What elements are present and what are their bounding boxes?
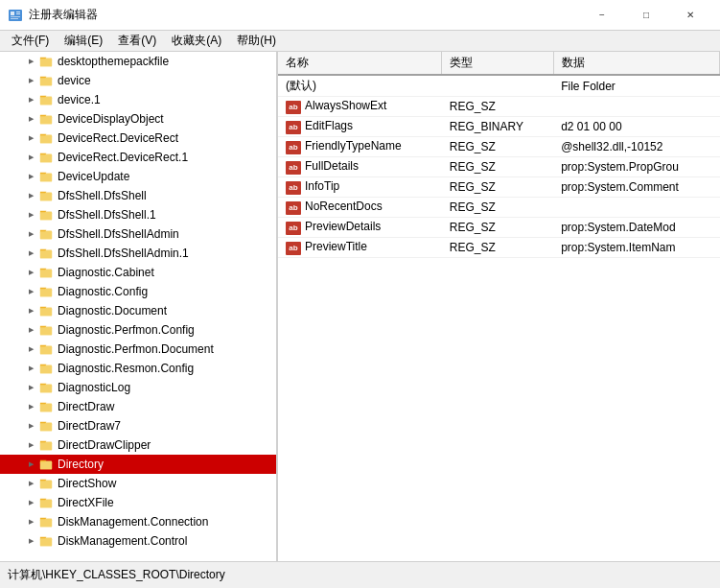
tree-label-diagnostic_config: Diagnostic.Config [58,285,148,298]
tree-label-directory: Directory [58,458,104,471]
reg-row-7[interactable]: abPreviewDetailsREG_SZprop:System.DateMo… [278,218,720,238]
expand-icon-dfsshellAdmin1[interactable] [23,246,38,261]
expand-icon-dfsshell1[interactable] [23,207,38,223]
expand-icon-directory[interactable] [23,457,38,472]
tree-item-dfsshell[interactable]: DfsShell.DfsShell [0,186,276,205]
tree-item-dfsshell1[interactable]: DfsShell.DfsShell.1 [0,205,276,224]
close-button[interactable]: ✕ [668,0,712,31]
reg-type-4: REG_SZ [442,157,553,177]
tree-item-devicerect[interactable]: DeviceRect.DeviceRect [0,129,276,148]
title-text: 注册表编辑器 [29,7,580,23]
tree-label-directxfile: DirectXFile [58,496,114,509]
main-content: desktopthemepackfile device device.1 Dev… [0,52,720,561]
reg-row-1[interactable]: abAlwaysShowExtREG_SZ [278,97,720,117]
expand-icon-directdraw7[interactable] [23,418,38,434]
expand-icon-devicedisplayobject[interactable] [23,111,38,127]
expand-icon-deviceupdate[interactable] [23,169,38,184]
tree-item-devicerect1[interactable]: DeviceRect.DeviceRect.1 [0,148,276,167]
expand-icon-device1[interactable] [23,92,38,107]
folder-icon-deviceupdate [38,169,54,184]
tree-item-diagnostic_document[interactable]: Diagnostic.Document [0,301,276,320]
minimize-button[interactable]: − [580,0,624,31]
svg-rect-37 [40,346,52,354]
expand-icon-dfsshell[interactable] [23,188,38,203]
folder-icon-device [38,73,54,88]
reg-row-6[interactable]: abNoRecentDocsREG_SZ [278,198,720,218]
reg-row-3[interactable]: abFriendlyTypeNameREG_SZ@shell32.dll,-10… [278,137,720,157]
svg-rect-43 [40,404,52,412]
tree-item-device[interactable]: device [0,71,276,90]
tree-label-devicerect1: DeviceRect.DeviceRect.1 [58,151,188,164]
expand-icon-devicerect1[interactable] [23,150,38,165]
title-buttons: − □ ✕ [580,0,712,31]
menu-item-查看(V)[interactable]: 查看(V) [110,31,164,51]
expand-icon-devicerect[interactable] [23,130,38,146]
svg-rect-19 [40,174,52,181]
reg-row-4[interactable]: abFullDetailsREG_SZprop:System.PropGrou [278,157,720,177]
reg-type-8: REG_SZ [442,238,553,258]
expand-icon-diagnostic_resmon[interactable] [23,361,38,376]
registry-values[interactable]: 名称 类型 数据 (默认)File FolderabAlwaysShowExtR… [278,52,720,561]
expand-icon-diagnostic_cabinet[interactable] [23,265,38,280]
expand-icon-directxfile[interactable] [23,495,38,510]
tree-item-diagnostic_perfmon[interactable]: Diagnostic.Perfmon.Config [0,320,276,340]
tree-label-devicedisplayobject: DeviceDisplayObject [58,112,164,126]
tree-item-directxfile[interactable]: DirectXFile [0,493,276,512]
expand-icon-directshow[interactable] [23,476,38,491]
folder-icon-devicerect [38,130,54,146]
reg-row-2[interactable]: abEditFlagsREG_BINARYd2 01 00 00 [278,117,720,137]
expand-icon-diagnosticlog[interactable] [23,380,38,395]
tree-item-deviceupdate[interactable]: DeviceUpdate [0,167,276,186]
reg-type-3: REG_SZ [442,137,553,157]
tree-item-directdrawclipper[interactable]: DirectDrawClipper [0,435,276,455]
reg-row-0[interactable]: (默认)File Folder [278,75,720,97]
expand-icon-device[interactable] [23,73,38,88]
col-name: 名称 [278,52,442,75]
tree-item-desktopthemepackfile[interactable]: desktopthemepackfile [0,52,276,71]
expand-icon-diskmanagement_connection[interactable] [23,514,38,529]
tree-item-dfsshellAdmin[interactable]: DfsShell.DfsShellAdmin [0,224,276,244]
tree-item-diagnostic_cabinet[interactable]: Diagnostic.Cabinet [0,263,276,282]
tree-item-diagnostic_resmon[interactable]: Diagnostic.Resmon.Config [0,359,276,378]
reg-row-5[interactable]: abInfoTipREG_SZprop:System.Comment [278,177,720,198]
expand-icon-diagnostic_document[interactable] [23,303,38,318]
menu-item-收藏夹(A)[interactable]: 收藏夹(A) [164,31,229,51]
expand-icon-dfsshellAdmin[interactable] [23,226,38,242]
tree-item-directdraw7[interactable]: DirectDraw7 [0,416,276,435]
reg-name-2: abEditFlags [278,117,442,137]
expand-icon-diagnostic_perfmon_doc[interactable] [23,341,38,357]
expand-icon-directdraw[interactable] [23,399,38,414]
expand-icon-directdrawclipper[interactable] [23,437,38,453]
reg-data-5: prop:System.Comment [553,177,719,198]
tree-item-directory[interactable]: Directory [0,455,276,474]
expand-icon-diagnostic_perfmon[interactable] [23,322,38,338]
tree-item-diskmanagement_control[interactable]: DiskManagement.Control [0,531,276,551]
menu-item-帮助(H)[interactable]: 帮助(H) [229,31,284,51]
maximize-button[interactable]: □ [624,0,668,31]
folder-icon-diagnostic_document [38,303,54,318]
reg-type-5: REG_SZ [442,177,553,198]
registry-tree[interactable]: desktopthemepackfile device device.1 Dev… [0,52,278,561]
expand-icon-diskmanagement_control[interactable] [23,533,38,549]
tree-item-dfsshellAdmin1[interactable]: DfsShell.DfsShellAdmin.1 [0,244,276,263]
folder-icon-directdraw [38,399,54,414]
reg-row-8[interactable]: abPreviewTitleREG_SZprop:System.ItemNam [278,238,720,258]
tree-item-diskmanagement_connection[interactable]: DiskManagement.Connection [0,512,276,531]
tree-item-devicedisplayobject[interactable]: DeviceDisplayObject [0,109,276,129]
folder-icon-directdrawclipper [38,437,54,453]
tree-item-directshow[interactable]: DirectShow [0,474,276,493]
tree-item-device1[interactable]: device.1 [0,90,276,109]
expand-icon-desktopthemepackfile[interactable] [23,54,38,69]
tree-item-diagnosticlog[interactable]: DiagnosticLog [0,378,276,397]
tree-item-diagnostic_perfmon_doc[interactable]: Diagnostic.Perfmon.Document [0,340,276,359]
menu-item-编辑(E)[interactable]: 编辑(E) [57,31,110,51]
expand-icon-diagnostic_config[interactable] [23,284,38,299]
folder-icon-dfsshell1 [38,207,54,223]
tree-item-directdraw[interactable]: DirectDraw [0,397,276,416]
tree-item-diagnostic_config[interactable]: Diagnostic.Config [0,282,276,301]
tree-label-diagnostic_perfmon_doc: Diagnostic.Perfmon.Document [58,342,214,356]
svg-rect-45 [40,423,52,431]
menu-item-文件(F)[interactable]: 文件(F) [4,31,57,51]
reg-name-3: abFriendlyTypeName [278,137,442,157]
reg-type-1: REG_SZ [442,97,553,117]
